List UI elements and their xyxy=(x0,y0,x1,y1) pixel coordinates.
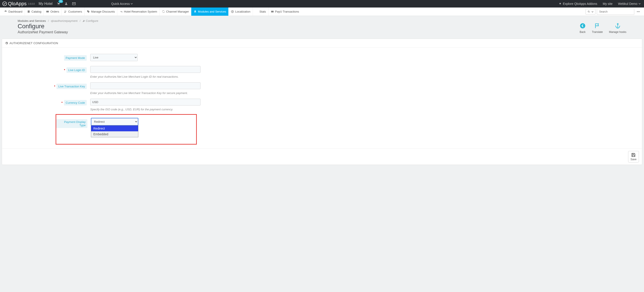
svg-rect-8 xyxy=(271,11,273,12)
flag-icon xyxy=(594,23,600,29)
tab-localization[interactable]: Localization xyxy=(228,8,253,16)
save-icon xyxy=(631,152,636,157)
quick-access-dropdown[interactable]: Quick Access xyxy=(111,2,133,6)
brand-name: QloApps xyxy=(8,1,26,6)
tab-payu[interactable]: PayU Transactions xyxy=(268,8,301,16)
svg-point-10 xyxy=(637,11,638,12)
chart-icon xyxy=(255,10,258,13)
txn-key-input[interactable] xyxy=(90,82,200,89)
cart-icon[interactable]: 20 xyxy=(56,2,60,6)
mysite-link[interactable]: My site xyxy=(603,2,612,6)
login-id-label: Live Login ID xyxy=(66,67,87,73)
cart-badge: 20 xyxy=(58,0,63,3)
users-icon xyxy=(64,10,67,13)
tag-icon xyxy=(87,10,90,13)
gear-icon xyxy=(5,42,8,45)
tab-channel[interactable]: Channel Manager xyxy=(160,8,191,16)
page-title: Configure xyxy=(18,23,68,30)
breadcrumb-module[interactable]: qloauthorizepayment xyxy=(51,19,78,22)
breadcrumb-page: Configure xyxy=(86,19,98,22)
addons-link[interactable]: Explore QloApps Addons xyxy=(558,2,597,6)
txn-key-label: Live Transaction Key xyxy=(56,84,87,89)
search-input[interactable] xyxy=(597,8,634,15)
bed-icon xyxy=(120,10,123,13)
card-icon xyxy=(271,10,274,13)
logo-check-icon xyxy=(2,1,7,6)
tab-modules[interactable]: Modules and Services xyxy=(191,8,228,16)
svg-point-1 xyxy=(58,5,58,5)
globe-icon xyxy=(231,10,234,13)
anchor-icon xyxy=(615,23,621,29)
mail-icon[interactable] xyxy=(72,2,76,6)
login-id-input[interactable] xyxy=(90,66,200,73)
refresh-icon xyxy=(162,10,165,13)
brand-logo[interactable]: QloApps 1.6.0.0 xyxy=(2,1,35,6)
svg-point-11 xyxy=(638,11,638,12)
payment-mode-label: Payment Mode xyxy=(64,55,87,61)
breadcrumb-root[interactable]: Modules and Services xyxy=(18,19,46,22)
svg-point-12 xyxy=(639,11,639,12)
tab-stats[interactable]: Stats xyxy=(253,8,268,16)
page-subtitle: AuthorizeNet Payment Gateway xyxy=(18,30,68,34)
display-type-option-embedded[interactable]: Embedded xyxy=(91,131,138,137)
svg-point-2 xyxy=(59,5,60,5)
svg-point-3 xyxy=(66,3,67,4)
puzzle-icon xyxy=(194,10,197,13)
translate-button[interactable]: Translate xyxy=(592,23,603,34)
svg-point-14 xyxy=(617,24,618,25)
svg-point-9 xyxy=(588,11,589,12)
tab-dashboard[interactable]: Dashboard xyxy=(2,8,25,16)
search-scope-dropdown[interactable] xyxy=(586,9,596,14)
svg-rect-16 xyxy=(632,155,634,156)
hotel-name[interactable]: My Hotel xyxy=(38,2,52,6)
book-icon xyxy=(27,10,30,13)
svg-point-13 xyxy=(580,23,585,28)
breadcrumb: Modules and Services / qloauthorizepayme… xyxy=(18,19,626,22)
svg-point-6 xyxy=(66,11,66,12)
svg-point-5 xyxy=(65,10,66,12)
save-button[interactable]: Save xyxy=(628,151,639,162)
currency-label: Currency Code xyxy=(64,100,87,106)
tab-discounts[interactable]: Manage Discounts xyxy=(84,8,117,16)
tab-customers[interactable]: Customers xyxy=(62,8,84,16)
svg-rect-15 xyxy=(632,154,634,154)
wrench-icon xyxy=(82,20,85,22)
back-icon xyxy=(580,23,586,29)
svg-rect-4 xyxy=(46,11,49,12)
gauge-icon xyxy=(4,10,7,13)
card-icon xyxy=(46,10,49,13)
brand-version: 1.6.0.0 xyxy=(28,3,35,5)
payment-mode-select[interactable]: Live xyxy=(90,54,138,61)
panel-heading: AUTHORIZENET CONFIGURATION xyxy=(2,39,642,48)
display-type-option-redirect[interactable]: Redirect xyxy=(91,126,138,131)
display-type-label: Payment Display Type xyxy=(56,119,87,128)
currency-input[interactable] xyxy=(90,99,200,106)
display-type-highlight: Payment Display Type Redirect Redirect E… xyxy=(56,114,197,144)
nav-more-icon[interactable] xyxy=(634,8,642,16)
display-type-select[interactable]: Redirect xyxy=(91,118,138,126)
login-id-help: Enter your Authorize.Net Live Merchant L… xyxy=(90,75,200,78)
manage-hooks-button[interactable]: Manage hooks xyxy=(609,23,626,34)
tab-orders[interactable]: Orders xyxy=(44,8,62,16)
display-type-options: Redirect Embedded xyxy=(91,125,138,137)
user-menu[interactable]: Webkul Demo xyxy=(618,2,641,6)
chevron-down-icon xyxy=(592,11,594,13)
tab-hotel[interactable]: Hotel Reservation System xyxy=(117,8,160,16)
user-icon[interactable] xyxy=(64,2,68,6)
currency-help: Specify the ISO code (e.g., USD, EUR) fo… xyxy=(90,108,200,111)
txn-key-help: Enter your Authorize.Net Live Merchant T… xyxy=(90,91,200,95)
tab-catalog[interactable]: Catalog xyxy=(25,8,44,16)
back-button[interactable]: Back xyxy=(580,23,586,34)
